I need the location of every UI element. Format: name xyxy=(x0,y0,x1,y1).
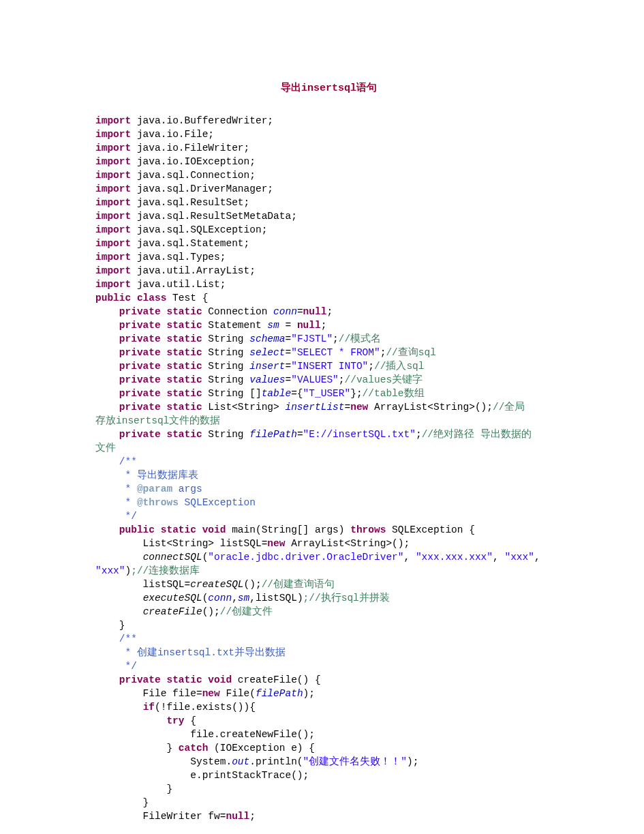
code-document: 导出insertsql语句 import java.io.BufferedWri… xyxy=(0,0,644,834)
document-title: 导出insertsql语句 xyxy=(95,82,562,96)
code-block: import java.io.BufferedWriter;import jav… xyxy=(95,114,562,823)
